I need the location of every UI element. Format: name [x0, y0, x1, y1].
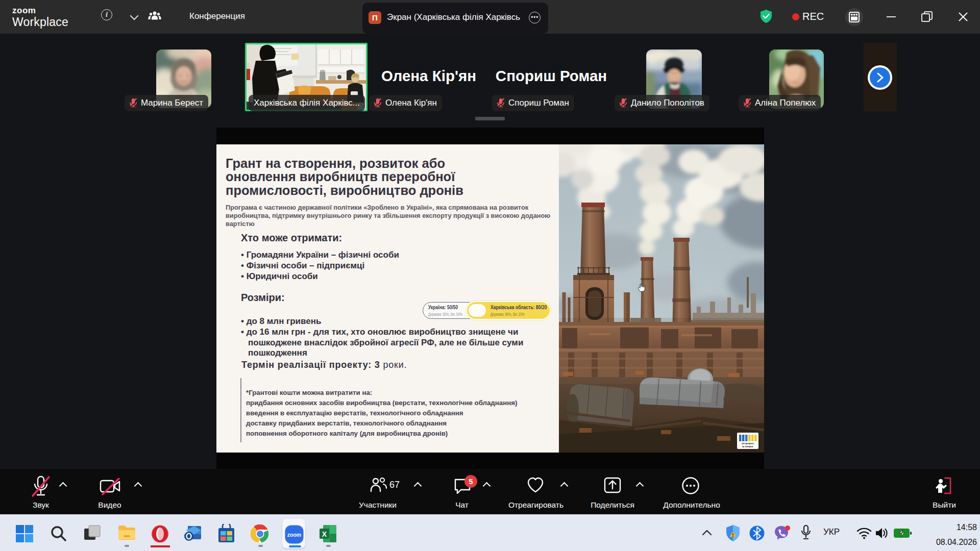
svg-text:ЗРОБЛЕНО: ЗРОБЛЕНО — [742, 442, 754, 445]
svg-text:X: X — [322, 530, 327, 538]
svg-text:В УКРАЇНІ: В УКРАЇНІ — [742, 445, 753, 448]
svg-text:zoom: zoom — [287, 532, 301, 538]
